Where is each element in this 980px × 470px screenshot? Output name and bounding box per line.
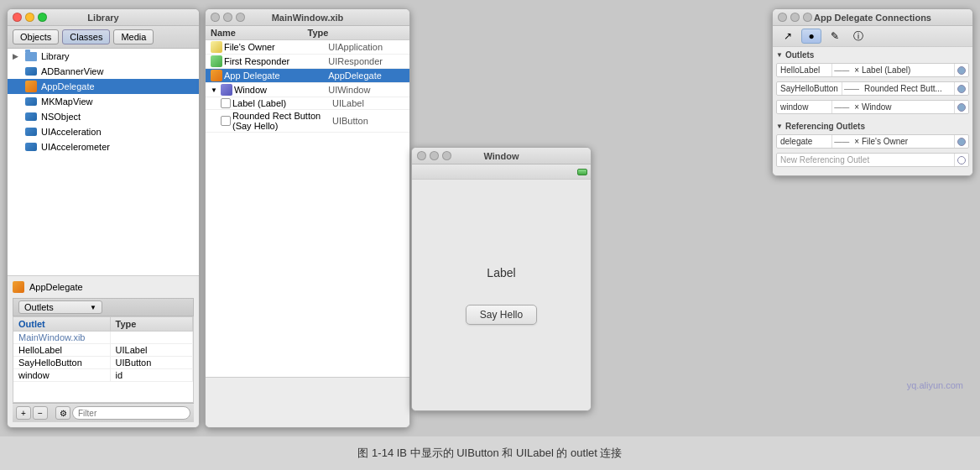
outlets-section-header: ▼ Outlets xyxy=(776,50,969,60)
library-class-tree: ▶ Library ADBannerView AppDelegate xyxy=(8,49,199,276)
appdelegate-row-icon xyxy=(211,70,222,81)
maximize-button[interactable] xyxy=(38,13,47,22)
window-row-type: UIWindow xyxy=(328,85,404,95)
tab-media[interactable]: Media xyxy=(113,29,154,44)
outlets-dropdown[interactable]: Outlets ▼ xyxy=(18,300,102,314)
library-toolbar: Objects Classes Media xyxy=(8,26,199,49)
file-owner-icon xyxy=(211,41,222,53)
minimize-button[interactable] xyxy=(430,151,439,160)
maximize-button[interactable] xyxy=(236,13,245,22)
minimize-button[interactable] xyxy=(223,13,232,22)
preview-traffic-lights xyxy=(417,151,451,160)
preview-titlebar: Window xyxy=(412,148,591,164)
label-display: Label xyxy=(487,266,515,279)
conn-row-new-ref: New Referencing Outlet xyxy=(776,153,969,167)
list-item[interactable]: UIAcceleration xyxy=(8,124,199,139)
appdelegate-icon xyxy=(24,80,38,93)
circle-toolbar-btn[interactable]: ● xyxy=(801,29,821,44)
conn-hello-name: HelloLabel xyxy=(777,64,832,76)
xib-table: Name Type File's Owner UIApplication Fir… xyxy=(206,26,409,377)
conn-window-name: window xyxy=(777,101,832,113)
pencil-toolbar-btn[interactable]: ✎ xyxy=(825,29,845,44)
class-label: UIAccelerometer xyxy=(41,142,110,152)
file-owner-name: File's Owner xyxy=(211,41,325,53)
type-col-header: Type xyxy=(308,28,405,38)
ref-outlets-arrow: ▼ xyxy=(776,123,783,130)
arrow-connector-icon: —— xyxy=(832,138,851,146)
outlet-file-ref: MainWindow.xib xyxy=(13,332,111,343)
status-dot-icon xyxy=(577,169,587,175)
close-button[interactable] xyxy=(211,13,220,22)
label-row-type: UILabel xyxy=(332,98,404,108)
info-toolbar-btn[interactable]: ⓘ xyxy=(848,29,868,44)
list-item[interactable]: UIAccelerometer xyxy=(8,139,199,154)
list-item[interactable]: ADBannerView xyxy=(8,64,199,79)
class-label: ADBannerView xyxy=(41,66,103,76)
outlets-table: Outlet Type MainWindow.xib HelloLabel UI… xyxy=(13,316,194,403)
class-icon xyxy=(24,95,38,108)
table-row: SayHelloButton UIButton xyxy=(13,357,193,369)
table-row: MainWindow.xib xyxy=(13,332,193,344)
status-bar xyxy=(412,164,591,180)
table-row: First Responder UIResponder xyxy=(206,55,409,69)
outlets-section: Outlets ▼ Outlet Type MainWindow.xib Hel… xyxy=(13,298,194,403)
label-checkbox[interactable] xyxy=(221,98,231,108)
conn-row-hello-label: HelloLabel —— × Label (Label) xyxy=(776,63,969,77)
name-col-header: Name xyxy=(211,28,308,38)
close-button[interactable] xyxy=(778,13,787,22)
settings-button[interactable]: ⚙ xyxy=(55,406,70,420)
caption-text: 图 1-14 IB 中显示的 UIButton 和 UILabel 的 outl… xyxy=(357,446,622,461)
ref-outlets-section-header: ▼ Referencing Outlets xyxy=(776,122,969,131)
tab-classes[interactable]: Classes xyxy=(62,29,110,44)
window-row-name: ▼ Window xyxy=(211,84,325,96)
connections-toolbar: ↗ ● ✎ ⓘ xyxy=(773,26,972,47)
class-icon xyxy=(24,140,38,154)
maximize-button[interactable] xyxy=(803,13,812,22)
outlet-sayhello: SayHelloButton xyxy=(13,357,111,368)
maximize-button[interactable] xyxy=(442,151,451,160)
table-row-label[interactable]: Label (Label) UILabel xyxy=(206,97,409,110)
window-row-icon xyxy=(221,84,232,96)
add-button[interactable]: + xyxy=(16,406,31,420)
table-row-window[interactable]: ▼ Window UIWindow xyxy=(206,83,409,97)
button-checkbox[interactable] xyxy=(221,116,231,126)
say-hello-button[interactable]: Say Hello xyxy=(466,305,537,325)
button-row-name: Rounded Rect Button (Say Hello) xyxy=(221,111,329,131)
table-row: window id xyxy=(13,369,193,382)
minimize-button[interactable] xyxy=(25,13,34,22)
remove-button[interactable]: − xyxy=(33,406,48,420)
filter-input[interactable] xyxy=(72,406,190,420)
class-label: MKMapView xyxy=(41,97,93,107)
xib-content: Name Type File's Owner UIApplication Fir… xyxy=(206,26,409,427)
outlet-sayhello-type: UIButton xyxy=(111,357,193,368)
list-item[interactable]: MKMapView xyxy=(8,94,199,109)
outlets-toolbar-btn[interactable]: ↗ xyxy=(778,29,798,44)
class-label: NSObject xyxy=(41,112,81,122)
close-button[interactable] xyxy=(13,13,22,22)
file-owner-type: UIApplication xyxy=(328,42,404,52)
list-item[interactable]: NSObject xyxy=(8,109,199,124)
outlet-window: window xyxy=(13,369,111,381)
table-row-button[interactable]: Rounded Rect Button (Say Hello) UIButton xyxy=(206,110,409,133)
tree-expand-icon: ▶ xyxy=(13,52,21,60)
outlet-empty-circle-icon xyxy=(957,156,966,164)
type-col-header: Type xyxy=(111,317,193,331)
list-item-appdelegate[interactable]: AppDelegate xyxy=(8,79,199,94)
xib-title: MainWindow.xib xyxy=(272,13,344,23)
label-row-name: Label (Label) xyxy=(221,98,329,108)
appdelegate-label: AppDelegate xyxy=(41,81,95,91)
appdelegate-row-type: AppDelegate xyxy=(328,70,404,81)
first-responder-name: First Responder xyxy=(211,55,325,67)
conn-window-value: × Window xyxy=(851,101,955,113)
first-responder-icon xyxy=(211,55,222,67)
table-row-appdelegate[interactable]: App Delegate AppDelegate xyxy=(206,69,409,83)
traffic-lights xyxy=(13,13,47,22)
tab-objects[interactable]: Objects xyxy=(13,29,59,44)
minimize-button[interactable] xyxy=(790,13,800,22)
outlet-circle-icon xyxy=(957,66,966,75)
first-responder-type: UIResponder xyxy=(328,56,404,66)
close-button[interactable] xyxy=(417,151,426,160)
tree-root-item[interactable]: ▶ Library xyxy=(8,49,199,64)
library-titlebar: Library xyxy=(8,9,199,26)
appdelegate-row-name: App Delegate xyxy=(211,70,325,81)
